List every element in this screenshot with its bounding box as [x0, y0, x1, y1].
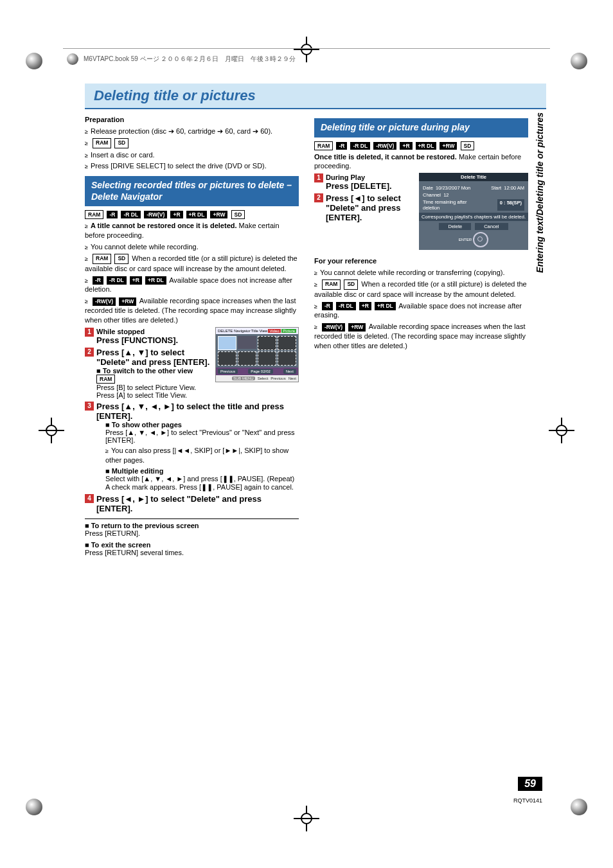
step-action: Press [▲, ▼] to select "Delete" and pres…	[96, 348, 210, 367]
nav-next: Next	[283, 369, 296, 374]
badge-ram: RAM	[93, 138, 111, 148]
step-action: Press [◄, ►] to select "Delete" and pres…	[96, 494, 299, 513]
section-a-badges: RAM -R -R DL -RW(V) +R +R DL +RW SD	[85, 210, 299, 219]
step-num: 4	[85, 494, 94, 503]
panel-cancel-btn: Cancel	[475, 223, 508, 230]
section-b-warn: Once title is deleted, it cannot be rest…	[314, 152, 528, 172]
panel-ch-val: 12	[443, 192, 449, 198]
ref-item: RAM SD When a recorded title (or a still…	[314, 279, 528, 299]
prep-item: Release protection (disc ➔ 60, cartridge…	[85, 127, 299, 136]
badge: SD	[461, 141, 475, 150]
step-2: 2 Press [▲, ▼] to select "Delete" and pr…	[85, 348, 210, 399]
nav-chip-picture: Picture	[281, 329, 296, 333]
nav-title-right: Title View	[251, 329, 268, 333]
nav-cell	[238, 351, 256, 366]
step-b1: 1 During Play Press [DELETE].	[314, 173, 413, 191]
panel-ch-label: Channel	[423, 192, 441, 198]
step-action: Press [◄] to select "Delete" and press […	[326, 193, 413, 222]
nav-cell	[278, 351, 296, 366]
page-title: Deleting title or pictures	[85, 84, 546, 109]
reg-cross-right	[552, 421, 571, 440]
reg-cross-bottom	[297, 809, 316, 828]
prep-list: Release protection (disc ➔ 60, cartridge…	[85, 127, 299, 171]
badge: +R DL	[145, 276, 166, 285]
page-number: 59	[518, 777, 542, 791]
panel-start-label: Start	[491, 185, 501, 191]
panel-start-val: 12:00 AM	[504, 185, 524, 191]
badge: -RW(V)	[322, 323, 345, 332]
nav-chip-video: Video	[268, 329, 280, 333]
nav-next2: Next	[289, 376, 296, 380]
return-text: Press [RETURN].	[85, 529, 299, 537]
nav-page: Page 02/02	[248, 369, 273, 374]
badge: RAM	[322, 279, 341, 289]
ref-item: -RW(V) +RW Available recording space inc…	[314, 322, 528, 351]
badge: -RW(V)	[144, 211, 167, 218]
nav-cell	[258, 336, 276, 350]
nav-submenu: SUB MENU	[232, 376, 255, 380]
badge: +R DL	[186, 211, 208, 218]
badge: +RW	[440, 142, 457, 150]
badge: +R	[130, 276, 142, 285]
panel-tr-label: Time remaining after deletion	[423, 199, 481, 211]
exit-heading: ■ To exit the screen	[85, 541, 299, 549]
badge: RAM	[93, 254, 111, 263]
panel-date-label: Date	[423, 185, 433, 191]
sub-text: Select with [▲, ▼, ◄, ►] and press [❚❚, …	[105, 475, 299, 483]
step-num: 2	[314, 193, 323, 202]
badge: -RW(V)	[93, 297, 116, 306]
reg-cross-left	[42, 421, 61, 440]
step-4: 4 Press [◄, ►] to select "Delete" and pr…	[85, 494, 299, 513]
bullet: You cannot delete while recording.	[85, 242, 299, 252]
badge: -R DL	[107, 276, 127, 285]
ref-item: You cannot delete while recording or tra…	[314, 268, 528, 278]
delete-navigator-thumb: DELETE Navigator Title View Video Pictur…	[215, 327, 299, 382]
reg-ball-tl	[26, 53, 42, 69]
panel-delete-btn: Delete	[439, 223, 471, 230]
step-num: 3	[85, 402, 94, 411]
badge: -R DL	[350, 142, 370, 150]
sub-heading: ■ Multiple editing	[105, 467, 299, 475]
sub-bullet: You can also press [|◄◄, SKIP] or [►►|, …	[105, 446, 299, 465]
bullet: RAM SD When a recorded title (or a still…	[85, 254, 299, 274]
badge: +RW	[119, 297, 136, 306]
doc-id: RQTV0141	[513, 797, 542, 804]
sub-text: Press [▲, ▼, ◄, ►] to select "Previous" …	[105, 429, 299, 444]
badge: RAM	[96, 375, 115, 384]
badge: SD	[114, 254, 129, 263]
reg-ball-bl	[26, 799, 42, 815]
reg-ball-tr	[571, 53, 587, 69]
badge: -RW(V)	[373, 142, 396, 150]
badge: SD	[231, 210, 245, 219]
panel-warn: Corresponding playlist's chapters will b…	[419, 213, 528, 221]
panel-title: Delete Title	[419, 173, 528, 181]
ref-heading: For your reference	[314, 256, 528, 266]
badge: -R	[336, 142, 347, 150]
step-num: 1	[314, 173, 323, 182]
panel-enter-label: ENTER	[459, 238, 472, 242]
bullet: -RW(V) +RW Available recording space inc…	[85, 296, 299, 325]
badge: +R DL	[375, 302, 396, 310]
section-a-heading: Selecting recorded titles or pictures to…	[85, 176, 299, 206]
side-tab-label: Entering text/Deleting title or pictures	[535, 112, 545, 273]
badge: +R	[359, 302, 371, 310]
panel-tr-val: 0 : 58(SP)	[497, 199, 524, 211]
reg-ball-br	[571, 799, 587, 815]
badge: SD	[344, 279, 358, 289]
nav-cell	[218, 336, 236, 350]
nav-cell	[238, 336, 256, 349]
badge: -R DL	[336, 302, 356, 310]
badge: -R DL	[121, 211, 141, 218]
prep-item-badges: RAM SD	[85, 138, 299, 148]
badge: -R	[107, 211, 118, 218]
badge: +R DL	[416, 142, 437, 150]
header-text: M6VTAPC.book 59 ページ ２００６年２月６日 月曜日 午後３時２９…	[84, 55, 296, 64]
badge: RAM	[314, 141, 333, 150]
step-b2: 2 Press [◄] to select "Delete" and press…	[314, 193, 413, 222]
step-action: Press [▲, ▼, ◄, ►] to select the title a…	[96, 402, 299, 421]
badge: +RW	[210, 211, 227, 218]
step2-sub-a: Press [B] to select Picture View.	[96, 384, 210, 391]
nav-prev: Previous	[218, 369, 238, 374]
badge: +R	[170, 211, 182, 218]
nav-cell	[258, 351, 276, 366]
